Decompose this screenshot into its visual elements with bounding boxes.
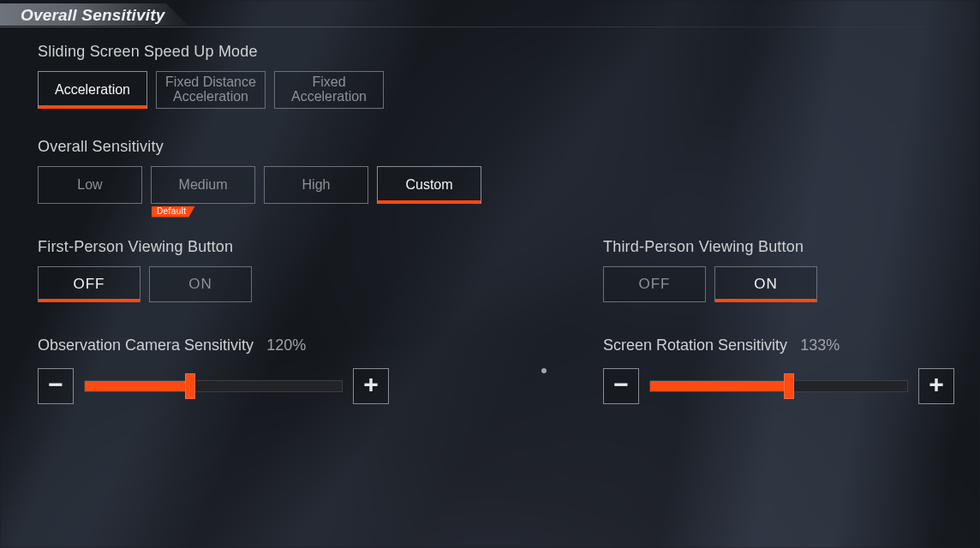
sliding-mode-options: AccelerationFixed DistanceAccelerationFi… [38,71,954,109]
screen-rotation-slider[interactable] [649,380,908,392]
screen-rotation-increment[interactable]: + [918,368,954,404]
first-person-on-button[interactable]: ON [149,266,252,302]
overall-sensitivity-label: Overall Sensitivity [38,138,954,156]
default-tag: Default [152,206,195,217]
third-person-view-label: Third-Person Viewing Button [603,238,954,256]
third-person-on-button[interactable]: ON [714,266,817,302]
decorative-dot [541,368,547,373]
screen-rotation-value: 133% [800,337,840,354]
sliding-mode-option-2[interactable]: FixedAcceleration [274,71,384,109]
slider-thumb[interactable] [784,373,794,399]
first-person-off-button[interactable]: OFF [38,266,140,302]
slider-thumb[interactable] [185,373,195,399]
observation-camera-decrement[interactable]: − [38,368,74,404]
observation-camera-slider[interactable] [84,380,343,392]
third-person-off-button[interactable]: OFF [603,266,706,302]
observation-camera-value: 120% [266,337,306,354]
observation-camera-increment[interactable]: + [353,368,389,404]
sliding-mode-option-0[interactable]: Acceleration [38,71,147,109]
overall-sensitivity-option-2[interactable]: High [264,166,368,204]
third-person-toggle: OFF ON [603,266,954,302]
section-header-title: Overall Sensitivity [9,6,165,25]
overall-sensitivity-option-3[interactable]: Custom [377,166,481,204]
sliding-mode-option-1[interactable]: Fixed DistanceAcceleration [156,71,266,109]
first-person-view-label: First-Person Viewing Button [38,238,603,256]
first-person-toggle: OFF ON [38,266,603,302]
screen-rotation-decrement[interactable]: − [603,368,639,404]
sliding-mode-label: Sliding Screen Speed Up Mode [38,43,954,61]
overall-sensitivity-option-0[interactable]: Low [38,166,142,204]
section-header: Overall Sensitivity [9,3,165,27]
overall-sensitivity-option-1[interactable]: MediumDefault [151,166,255,204]
observation-camera-label: Observation Camera Sensitivity 120% [38,337,603,354]
overall-sensitivity-options: LowMediumDefaultHighCustom [38,166,954,204]
screen-rotation-label: Screen Rotation Sensitivity 133% [603,337,954,354]
